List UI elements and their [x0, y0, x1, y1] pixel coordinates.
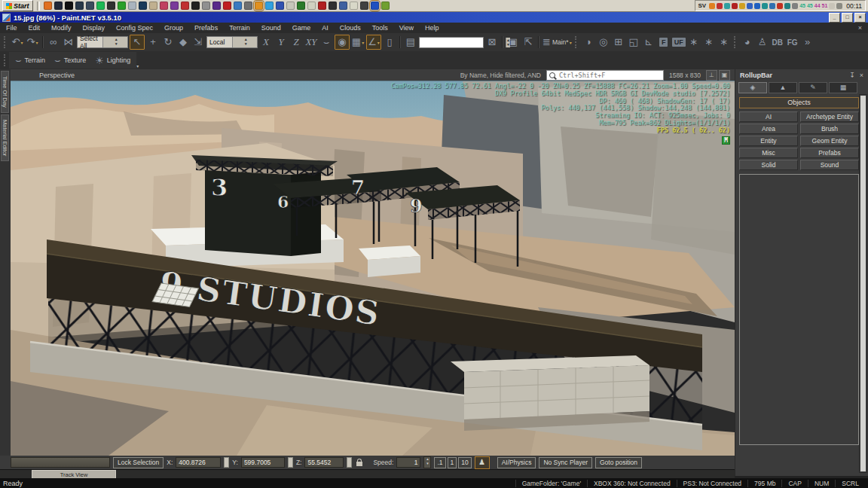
object-type-button[interactable]: Misc — [739, 148, 798, 158]
scrollbar-thumb[interactable] — [860, 96, 866, 471]
follow-terrain-icon[interactable]: ⌣ — [319, 35, 333, 49]
snap-angle-icon[interactable]: ∠ ▾ — [366, 35, 381, 50]
sphere-app-icon[interactable] — [371, 2, 379, 10]
restore-button[interactable]: □ — [842, 13, 853, 23]
dropdown-caret-icon[interactable]: ▾ — [570, 40, 572, 45]
clear-selection-icon[interactable]: ⊠ — [485, 35, 499, 49]
menu-item[interactable]: Game — [292, 24, 311, 32]
character-tool-icon[interactable]: ♙ — [756, 35, 769, 49]
messenger-tray-icon[interactable] — [784, 3, 790, 9]
diamond-tray-icon[interactable] — [762, 3, 768, 9]
3d-app-icon[interactable] — [297, 2, 305, 10]
photo-viewer-icon[interactable] — [75, 2, 84, 10]
start-button[interactable]: Start — [2, 0, 33, 11]
menu-item[interactable]: Clouds — [340, 24, 361, 32]
menu-item[interactable]: Edit — [29, 24, 41, 32]
maya-icon[interactable] — [212, 2, 221, 10]
menu-item[interactable]: AI — [322, 24, 329, 32]
terrain-tab[interactable]: ▲ — [769, 82, 797, 93]
editor-app-icon[interactable] — [276, 2, 284, 10]
minimize-button[interactable]: _ — [829, 13, 840, 23]
speed-preset-button[interactable]: 10 — [458, 457, 471, 468]
red-pen-icon[interactable] — [318, 2, 326, 10]
spotify-icon[interactable] — [96, 2, 105, 10]
link-icon[interactable]: ∞ — [47, 35, 60, 49]
ai-cover-icon[interactable]: ∗ — [717, 35, 731, 49]
ai-physics-button[interactable]: AI/Physics — [497, 457, 536, 468]
texture-button[interactable]: ⌣ Texture — [54, 54, 86, 66]
rollupbar-header[interactable]: RollupBar ↧ × — [735, 69, 868, 81]
select-tool-icon[interactable]: ↖ — [130, 35, 145, 50]
grid-settings-icon[interactable]: ⊞ — [612, 35, 625, 49]
play-app-icon[interactable] — [223, 2, 231, 10]
volume-tray-icon[interactable] — [836, 3, 842, 9]
ai-generate-icon[interactable]: ∗ — [687, 35, 701, 49]
viewport-canvas[interactable]: 9 STUDIOS 3 6 — [11, 81, 735, 456]
select-by-name-icon[interactable]: ▤ — [404, 35, 417, 49]
toolbar-overflow-icon[interactable]: » — [801, 35, 815, 49]
speed-field[interactable]: 1 — [396, 457, 420, 468]
bluetooth-tray-icon[interactable] — [754, 3, 760, 9]
menu-item[interactable]: Terrain — [229, 24, 250, 32]
misc-tray-icon[interactable] — [792, 3, 798, 9]
ruler-icon[interactable]: ▯ — [383, 35, 396, 49]
x-coordinate-field[interactable]: 400.8726 — [176, 457, 221, 468]
language-indicator[interactable]: SV — [698, 2, 707, 9]
pin-icon[interactable]: ↧ — [849, 72, 855, 79]
speed-preset-button[interactable]: 1 — [448, 457, 457, 468]
objects-section-header[interactable]: Objects — [739, 97, 859, 108]
recorder-icon[interactable] — [118, 2, 126, 10]
toolbar-drag-handle[interactable] — [4, 54, 8, 66]
network-tray-icon[interactable] — [724, 3, 730, 9]
database-view-button[interactable]: DB — [771, 35, 784, 49]
toolbar2-caret-icon[interactable]: ▾ — [136, 63, 139, 69]
feather-app-icon[interactable] — [149, 2, 157, 10]
display-tab[interactable]: ▦ — [829, 82, 857, 93]
security-tray-icon[interactable] — [732, 3, 738, 9]
object-type-button[interactable]: Sound — [800, 160, 859, 170]
folder-open-icon[interactable] — [255, 2, 263, 10]
rotate-tool-icon[interactable]: ↻ — [161, 35, 175, 49]
red-tool-icon[interactable] — [181, 2, 189, 10]
viewport-title[interactable]: Perspective — [39, 72, 75, 79]
selection-mask-combo[interactable]: Select All ▲▼ — [77, 36, 128, 48]
gear-app-icon[interactable] — [360, 2, 368, 10]
close-panel-icon[interactable]: × — [860, 72, 863, 79]
dropdown-caret-icon[interactable]: ▾ — [362, 40, 364, 45]
viewport-maximize-icon[interactable]: ▣ — [719, 70, 730, 81]
constrain-xy-button[interactable]: XY — [304, 35, 318, 49]
media-player-icon[interactable] — [54, 2, 63, 10]
firefox-icon[interactable] — [44, 2, 52, 10]
menu-item[interactable]: Config Spec — [116, 24, 153, 32]
object-type-button[interactable]: Brush — [800, 124, 859, 134]
objects-tab[interactable]: ◈ — [738, 82, 767, 93]
dropdown-caret-icon[interactable]: ▾ — [377, 40, 380, 45]
camera-snap-icon[interactable]: ◉ — [335, 35, 350, 50]
selection-name-input[interactable] — [11, 457, 110, 468]
z-coordinate-field[interactable]: 55.5452 — [304, 457, 344, 468]
menu-item[interactable]: Prefabs — [194, 24, 218, 32]
chart-app-icon[interactable] — [381, 2, 390, 10]
lock-axes-icon[interactable] — [356, 462, 362, 466]
speed-preset-button[interactable]: .1 — [434, 457, 445, 468]
combo-spinner-icon[interactable]: ▲▼ — [232, 37, 258, 47]
menu-item[interactable]: Tools — [372, 24, 388, 32]
pen-tool-icon[interactable] — [191, 2, 200, 10]
menu-item[interactable]: File — [6, 24, 17, 32]
window-titlebar[interactable]: 15.jpg (86%) - Paint.NET v3.5.10 _ □ × — [0, 12, 868, 23]
object-height-icon[interactable]: ◱ — [627, 35, 640, 49]
search-input[interactable] — [558, 71, 661, 80]
vertex-snap-icon[interactable]: ◎ — [597, 35, 610, 49]
notes-app-icon[interactable] — [286, 2, 295, 10]
physics-tool-icon[interactable]: ⊾ — [642, 35, 656, 49]
terrain-button[interactable]: ⌣ Terrain — [15, 54, 45, 66]
object-name-input[interactable]: ▲▼ — [419, 37, 484, 48]
cursor-tool-icon[interactable] — [202, 2, 210, 10]
sphere-view-icon[interactable]: ◕ — [741, 35, 754, 49]
lighting-button[interactable]: ☀ Lighting — [95, 55, 130, 66]
coord-system-combo[interactable]: Local ▲▼ — [206, 36, 258, 48]
toolbar-drag-handle[interactable] — [734, 36, 738, 48]
mudbox-icon[interactable] — [329, 2, 337, 10]
close-button[interactable]: × — [854, 13, 866, 23]
object-type-button[interactable]: Solid — [739, 160, 798, 170]
